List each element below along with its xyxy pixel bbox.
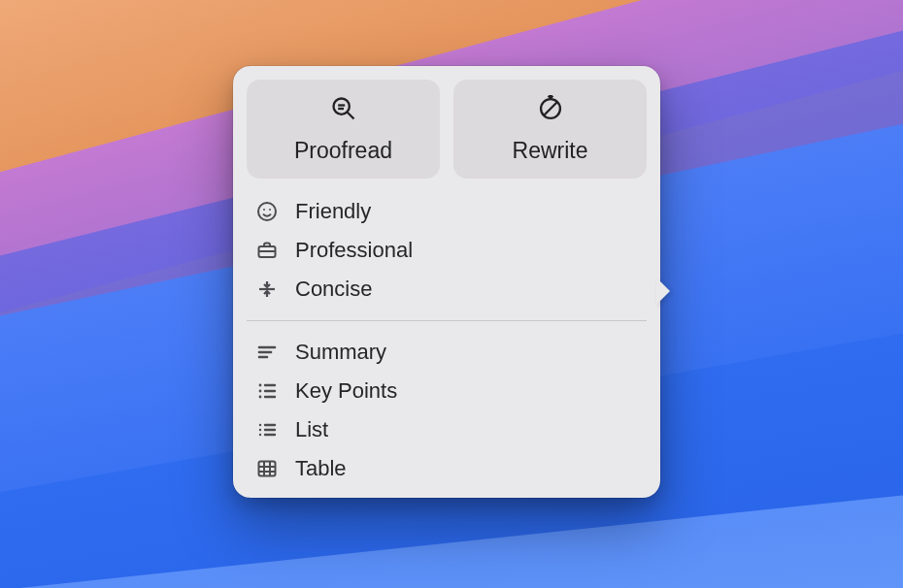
briefcase-icon [254,238,280,263]
proofread-button[interactable]: Proofread [247,80,440,179]
format-table-label: Table [295,456,347,481]
tone-friendly[interactable]: Friendly [254,192,639,231]
format-keypoints[interactable]: Key Points [254,372,639,410]
tone-professional[interactable]: Professional [254,231,639,270]
tone-section: Friendly Professional Concise [247,192,647,309]
keypoints-icon [254,378,280,404]
svg-point-16 [259,390,262,393]
smiley-icon [254,199,280,224]
format-summary-label: Summary [295,340,386,365]
svg-point-22 [259,429,261,431]
format-list-label: List [295,417,328,442]
format-list[interactable]: List [254,410,639,449]
proofread-icon [330,95,357,128]
tone-professional-label: Professional [295,238,413,263]
writing-tools-popover: Proofread Rewrite [233,66,660,498]
svg-point-23 [259,434,261,436]
proofread-label: Proofread [294,138,392,164]
format-table[interactable]: Table [254,449,639,488]
svg-point-15 [259,384,262,387]
rewrite-button[interactable]: Rewrite [453,80,647,179]
svg-line-1 [347,112,353,118]
rewrite-label: Rewrite [513,138,588,164]
format-keypoints-label: Key Points [295,378,397,404]
tone-friendly-label: Friendly [295,199,371,224]
concise-icon [254,277,280,302]
svg-point-0 [333,98,349,114]
tone-concise[interactable]: Concise [254,270,639,309]
format-section: Summary Key Points [247,320,647,488]
svg-point-7 [263,209,265,211]
tone-concise-label: Concise [295,277,372,302]
format-summary[interactable]: Summary [254,333,639,372]
primary-actions-row: Proofread Rewrite [247,80,647,179]
list-icon [254,417,280,442]
table-icon [254,456,280,481]
svg-rect-27 [259,462,276,476]
svg-point-6 [258,203,276,220]
summary-icon [254,340,280,365]
svg-point-17 [259,396,262,399]
rewrite-icon [537,95,564,128]
svg-point-21 [259,424,261,426]
svg-point-8 [269,209,271,211]
svg-line-5 [544,102,557,115]
